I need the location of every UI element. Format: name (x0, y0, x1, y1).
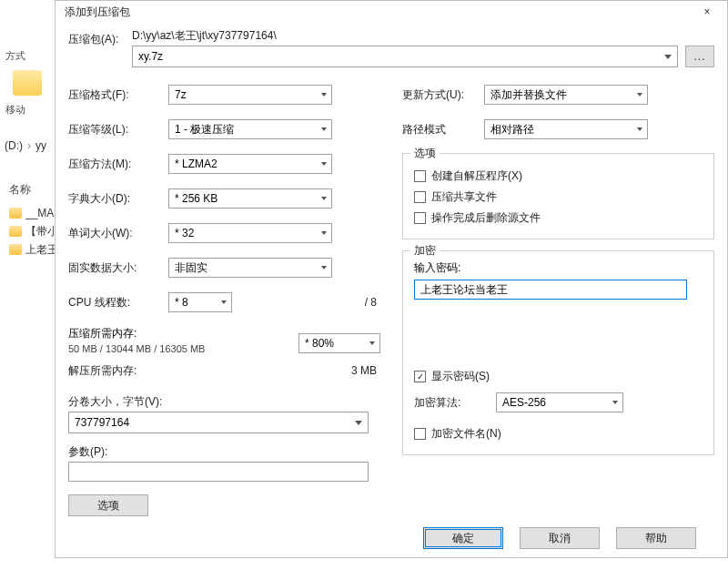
close-button[interactable]: × (691, 1, 723, 23)
options-group: 选项 创建自解压程序(X) 压缩共享文件 操作完成后删除源文件 (402, 153, 714, 239)
mem-comp-text: 50 MB / 13044 MB / 16305 MB (68, 343, 298, 354)
enc-method-combo[interactable]: AES-256 (496, 392, 623, 412)
dialog-title: 添加到压缩包 (65, 5, 130, 20)
cancel-button[interactable]: 取消 (520, 527, 600, 549)
checkbox-show-password[interactable]: ✓显示密码(S) (414, 369, 703, 384)
bg-shortcut-label: 方式 (0, 46, 55, 66)
folder-icon (9, 208, 22, 219)
breadcrumb-seg-yy[interactable]: yy (31, 137, 51, 155)
ok-button[interactable]: 确定 (423, 527, 503, 549)
encryption-group: 加密 输入密码: 上老王论坛当老王 ✓显示密码(S) 加密算法:AES-256 … (402, 250, 714, 455)
encryption-group-title: 加密 (410, 243, 440, 259)
mem-decomp-value: 3 MB (168, 364, 380, 377)
split-combo[interactable]: 737797164 (68, 412, 369, 433)
dict-label: 字典大小(D): (68, 191, 168, 207)
split-label: 分卷大小，字节(V): (68, 394, 380, 410)
checkbox-icon (414, 170, 426, 182)
bg-move-label: 移动 (0, 99, 55, 120)
level-label: 压缩等级(L): (68, 122, 168, 137)
checkbox-delete[interactable]: 操作完成后删除源文件 (414, 210, 703, 226)
enc-method-label: 加密算法: (414, 395, 496, 411)
folder-icon (9, 226, 22, 237)
list-item-label: 上老王 (25, 242, 58, 258)
method-combo[interactable]: * LZMA2 (168, 154, 332, 174)
cpu-combo[interactable]: * 8 (168, 292, 232, 312)
update-combo[interactable]: 添加并替换文件 (484, 85, 648, 105)
checkbox-shared[interactable]: 压缩共享文件 (414, 189, 703, 205)
checkbox-encrypt-names[interactable]: 加密文件名(N) (414, 426, 703, 442)
cpu-total: / 8 (232, 296, 380, 309)
pathmode-label: 路径模式 (402, 122, 484, 137)
mem-comp-combo[interactable]: * 80% (298, 333, 380, 353)
checkbox-icon (414, 212, 426, 224)
solid-label: 固实数据大小: (68, 260, 168, 276)
column-header-name[interactable]: 名称 (9, 182, 31, 198)
word-label: 单词大小(W): (68, 226, 168, 241)
format-label: 压缩格式(F): (68, 87, 168, 103)
folder-icon (13, 70, 42, 96)
options-group-title: 选项 (410, 146, 440, 161)
format-combo[interactable]: 7z (168, 85, 332, 105)
mem-comp-label: 压缩所需内存: (68, 326, 298, 341)
add-to-archive-dialog: 添加到压缩包 × 压缩包(A): D:\yy\az\老王\jt\xy737797… (55, 0, 728, 558)
pathmode-combo[interactable]: 相对路径 (484, 119, 648, 139)
checkbox-icon (414, 428, 426, 440)
update-label: 更新方式(U): (402, 87, 484, 103)
method-label: 压缩方法(M): (68, 157, 168, 172)
list-item-label: __MA (25, 207, 54, 219)
archive-filename-value: xy.7z (138, 50, 163, 63)
close-icon: × (703, 5, 710, 18)
solid-combo[interactable]: 非固实 (168, 258, 332, 278)
password-label: 输入密码: (414, 260, 703, 276)
dict-combo[interactable]: * 256 KB (168, 188, 332, 209)
checkbox-sfx[interactable]: 创建自解压程序(X) (414, 168, 703, 184)
titlebar: 添加到压缩包 × (56, 1, 727, 23)
word-combo[interactable]: * 32 (168, 223, 332, 243)
params-input[interactable] (68, 462, 369, 482)
folder-icon (9, 244, 22, 255)
checkbox-icon (414, 191, 426, 203)
cpu-label: CPU 线程数: (68, 295, 168, 310)
params-label: 参数(P): (68, 444, 380, 460)
help-button[interactable]: 帮助 (616, 527, 696, 549)
breadcrumb-seg-d[interactable]: (D:) (0, 137, 27, 155)
list-item-label: 【带小 (25, 224, 58, 239)
archive-path: D:\yy\az\老王\jt\xy737797164\ (132, 28, 714, 44)
browse-button[interactable]: ... (685, 46, 714, 67)
password-input[interactable]: 上老王论坛当老王 (414, 280, 687, 300)
checkbox-icon: ✓ (414, 371, 426, 382)
archive-filename-combo[interactable]: xy.7z (132, 46, 678, 67)
options-button[interactable]: 选项 (68, 494, 148, 516)
archive-label: 压缩包(A): (68, 28, 123, 47)
mem-decomp-label: 解压所需内存: (68, 363, 168, 379)
level-combo[interactable]: 1 - 极速压缩 (168, 119, 332, 139)
